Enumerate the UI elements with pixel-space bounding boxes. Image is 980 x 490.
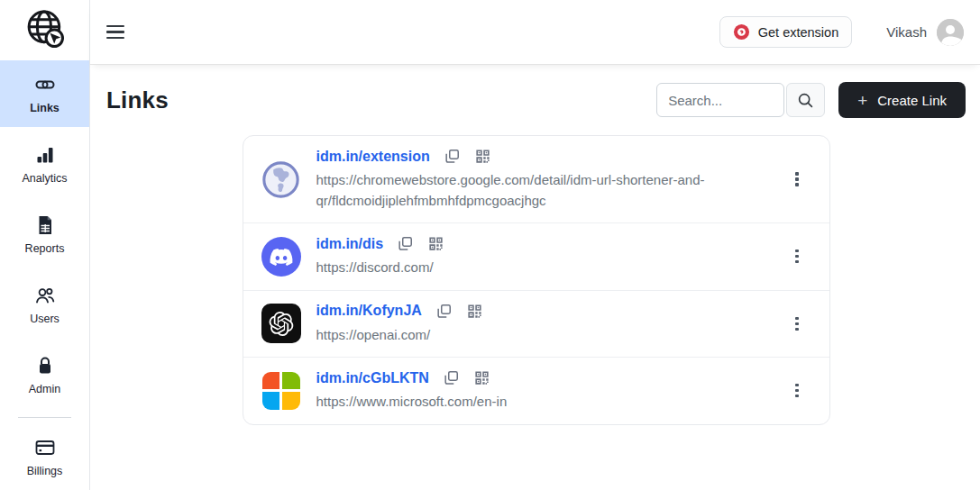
get-extension-button[interactable]: Get extension [719, 16, 852, 48]
credit-card-icon [34, 437, 56, 458]
sidebar-item-analytics[interactable]: Analytics [0, 131, 89, 197]
create-link-label: Create Link [877, 93, 947, 108]
content-header: Links [106, 82, 966, 118]
discord-favicon [261, 237, 301, 277]
link-row: idm.in/cGbLKTN [243, 357, 829, 424]
chrome-extension-icon [733, 23, 750, 41]
qr-code-icon[interactable] [466, 303, 483, 320]
sidebar-nav: Links Analytics [0, 60, 89, 490]
destination-url: https://openai.com/ [316, 325, 483, 346]
app-root: Links Analytics [0, 0, 980, 490]
sidebar-item-label: Reports [25, 242, 65, 255]
search-input[interactable] [656, 83, 784, 117]
header-controls: + Create Link [656, 82, 966, 118]
sidebar: Links Analytics [0, 0, 90, 490]
sidebar-item-label: Analytics [22, 172, 67, 185]
globe-cursor-logo-icon [22, 5, 69, 56]
link-info: idm.in/KofynJA [316, 303, 483, 346]
qr-code-icon[interactable] [474, 148, 491, 165]
link-row: idm.in/dis [243, 222, 829, 290]
sidebar-item-label: Users [30, 313, 60, 325]
sidebar-item-label: Admin [29, 383, 60, 395]
link-info: idm.in/cGbLKTN [316, 369, 508, 413]
sidebar-item-label: Billings [27, 465, 63, 477]
link-info: idm.in/dis [316, 235, 445, 278]
row-menu-button[interactable] [783, 312, 811, 336]
sidebar-item-reports[interactable]: Reports [0, 201, 89, 268]
globe-favicon [261, 159, 301, 199]
sidebar-item-label: Links [30, 102, 60, 114]
copy-icon[interactable] [444, 148, 461, 165]
row-menu-button[interactable] [783, 378, 811, 403]
search-icon [797, 92, 814, 109]
link-info: idm.in/extension [316, 148, 733, 211]
copy-icon[interactable] [397, 235, 414, 252]
destination-url: https://www.microsoft.com/en-in [316, 392, 508, 413]
lock-icon [34, 355, 56, 377]
sidebar-divider [18, 417, 71, 418]
sidebar-item-users[interactable]: Users [0, 271, 89, 338]
short-url-link[interactable]: idm.in/KofynJA [316, 303, 422, 319]
copy-icon[interactable] [435, 303, 453, 320]
plus-icon: + [857, 92, 867, 109]
search-button[interactable] [786, 83, 825, 117]
sidebar-item-links[interactable]: Links [0, 60, 89, 127]
topbar: Get extension Vikash [90, 0, 980, 64]
get-extension-label: Get extension [758, 25, 838, 40]
create-link-button[interactable]: + Create Link [838, 82, 966, 118]
bar-chart-icon [34, 144, 56, 166]
short-url-link[interactable]: idm.in/dis [316, 236, 384, 252]
row-menu-button[interactable] [783, 167, 811, 191]
page-title: Links [106, 86, 169, 114]
destination-url: https://chromewebstore.google.com/detail… [316, 170, 733, 211]
qr-code-icon[interactable] [473, 369, 490, 386]
qr-code-icon[interactable] [427, 235, 444, 252]
short-url-link[interactable]: idm.in/cGbLKTN [316, 370, 429, 386]
openai-favicon [261, 304, 301, 343]
copy-icon[interactable] [443, 369, 460, 386]
link-row: idm.in/extension [243, 136, 829, 222]
user-name: Vikash [886, 24, 927, 40]
sidebar-item-billings[interactable]: Billings [0, 423, 89, 490]
report-file-icon [34, 214, 56, 236]
destination-url: https://discord.com/ [316, 258, 445, 278]
microsoft-favicon [261, 371, 301, 411]
search-group [656, 83, 825, 117]
avatar[interactable] [937, 19, 964, 46]
short-url-link[interactable]: idm.in/extension [316, 149, 430, 165]
content-area: Links [90, 64, 980, 490]
menu-toggle-button[interactable] [106, 25, 124, 39]
row-menu-button[interactable] [783, 244, 811, 268]
main-column: Get extension Vikash Links [90, 0, 980, 490]
users-icon [34, 285, 56, 306]
link-row: idm.in/KofynJA [243, 290, 829, 358]
links-list: idm.in/extension [243, 135, 830, 425]
link-icon [34, 74, 56, 95]
app-logo[interactable] [0, 0, 89, 60]
user-chip[interactable]: Vikash [886, 19, 964, 46]
sidebar-item-admin[interactable]: Admin [0, 341, 89, 408]
